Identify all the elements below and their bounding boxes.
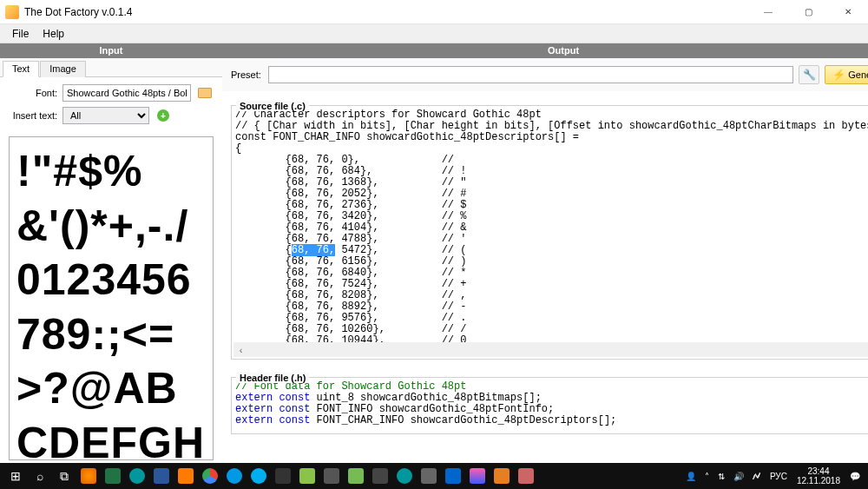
taskbar-app[interactable] (149, 464, 174, 488)
code-row: {68, 76, 4788}, // ' (235, 233, 466, 245)
tab-image[interactable]: Image (40, 61, 86, 77)
firefox-icon (81, 468, 96, 484)
code-row: {68, 76, 6156}, // ) (235, 255, 466, 268)
source-group-label: Source file (.c) (236, 101, 309, 111)
font-label: Font: (9, 88, 57, 98)
app-icon (227, 468, 242, 484)
code-row: {68, 76, 2052}, // # (235, 188, 466, 200)
app-icon (470, 468, 485, 484)
tray-volume-icon[interactable]: 🔊 (729, 472, 748, 481)
search-button[interactable]: ⌕ (28, 464, 52, 488)
code-row: {68, 76, 3420}, // % (235, 210, 466, 222)
app-icon (494, 468, 510, 484)
app-icon (372, 468, 388, 484)
tray-battery-icon[interactable]: 🗲 (748, 472, 766, 481)
source-hscrollbar[interactable]: ‹› (233, 342, 868, 357)
code-row: {68, 76, 4104}, // & (235, 221, 466, 234)
tray-up-icon[interactable]: ˄ (700, 472, 713, 481)
insert-text-select[interactable]: All (62, 107, 149, 124)
wrench-icon: 🔧 (803, 69, 816, 81)
taskbar-app[interactable] (514, 464, 538, 488)
taskbar-app[interactable] (76, 464, 101, 488)
minimize-button[interactable]: — (748, 0, 788, 24)
menu-file[interactable]: File (5, 26, 36, 42)
generate-button[interactable]: ⚡Generate (825, 65, 868, 84)
title-bar: The Dot Factory v.0.1.4 — ▢ ✕ (0, 0, 868, 24)
code-row: {68, 76, 9576}, // . (235, 312, 466, 324)
close-button[interactable]: ✕ (828, 0, 868, 24)
taskbar-app[interactable] (490, 464, 514, 488)
tray-network-icon[interactable]: ⇅ (713, 472, 729, 481)
system-tray: 👤 ˄ ⇅ 🔊 🗲 РУС 23:44 12.11.2018 💬 (681, 466, 865, 486)
preview-area[interactable]: !"#$%&'()*+,-./0123456789:;<=>?@ABCDEFGH… (9, 136, 214, 460)
window-title: The Dot Factory v.0.1.4 (24, 6, 748, 18)
insert-add-button[interactable]: + (155, 107, 172, 124)
start-button[interactable]: ⊞ (3, 464, 28, 488)
app-icon (299, 468, 315, 484)
preview-text: !"#$%&'()*+,-./0123456789:;<=>?@ABCDEFGH… (16, 144, 206, 460)
taskbar-app[interactable] (174, 464, 198, 488)
skype-icon (251, 468, 266, 484)
taskbar-app[interactable] (417, 464, 441, 488)
taskbar: ⊞ ⌕ ⧉ 👤 ˄ ⇅ 🔊 🗲 РУС 23:44 12.11.2018 💬 (0, 463, 868, 489)
taskbar-app[interactable] (125, 464, 149, 488)
arduino-icon (129, 468, 145, 484)
preset-label: Preset: (231, 69, 261, 80)
code-row: {68, 76, 10944}, // 0 (235, 334, 466, 342)
menu-bar: File Help (0, 24, 868, 43)
code-row: {68, 76, 684}, // ! (235, 165, 466, 177)
taskbar-app[interactable] (344, 464, 368, 488)
code-row: {68, 76, 0}, // (235, 154, 466, 166)
output-panel-header: Output (222, 43, 868, 58)
app-icon (275, 468, 291, 484)
code-row: {68, 76, 10260}, // / (235, 323, 466, 335)
task-view-button[interactable]: ⧉ (52, 464, 76, 488)
app-icon (5, 5, 19, 19)
header-code-area[interactable]: // Font data for Showcard Gothic 48pt ex… (233, 380, 868, 432)
app-icon (445, 468, 461, 484)
tab-text[interactable]: Text (3, 61, 39, 77)
code-row: {68, 76, 8208}, // , (235, 289, 466, 301)
taskbar-app[interactable] (101, 464, 125, 488)
app-icon (421, 468, 437, 484)
folder-icon (198, 88, 212, 98)
tray-clock[interactable]: 23:44 12.11.2018 (792, 466, 845, 486)
bolt-icon: ⚡ (832, 69, 845, 81)
preset-select[interactable] (268, 66, 793, 83)
taskbar-app[interactable] (222, 464, 247, 488)
tray-people-icon[interactable]: 👤 (681, 472, 700, 481)
header-group-label: Header file (.h) (236, 373, 309, 383)
tray-language[interactable]: РУС (766, 472, 792, 481)
code-row: {68, 76, 6840}, // * (235, 267, 466, 279)
plus-icon: + (157, 109, 169, 122)
taskbar-app[interactable] (441, 464, 465, 488)
excel-icon (105, 468, 121, 484)
code-row: {68, 76, 2736}, // $ (235, 199, 466, 211)
settings-button[interactable]: 🔧 (799, 65, 819, 84)
taskbar-app[interactable] (271, 464, 295, 488)
app-icon (348, 468, 364, 484)
input-tabs: Text Image (0, 58, 222, 77)
chrome-icon (202, 468, 218, 484)
taskbar-app[interactable] (465, 464, 490, 488)
maximize-button[interactable]: ▢ (788, 0, 828, 24)
font-input[interactable] (62, 84, 191, 102)
browse-font-button[interactable] (196, 84, 214, 102)
code-row: {68, 76, 8892}, // - (235, 301, 466, 313)
tray-notifications-icon[interactable]: 💬 (845, 472, 865, 481)
taskbar-app[interactable] (295, 464, 319, 488)
menu-help[interactable]: Help (36, 26, 71, 42)
selected-text: 68, 76, (292, 244, 335, 256)
taskbar-app[interactable] (247, 464, 271, 488)
code-row: {68, 76, 7524}, // + (235, 278, 466, 290)
code-row: {68, 76, 1368}, // " (235, 176, 466, 188)
taskbar-app[interactable] (319, 464, 344, 488)
insert-text-label: Insert text: (9, 110, 57, 121)
arduino-icon (397, 468, 412, 484)
source-code-area[interactable]: // Character descriptors for Showcard Go… (233, 108, 868, 342)
taskbar-app[interactable] (198, 464, 222, 488)
taskbar-app[interactable] (392, 464, 417, 488)
word-icon (154, 468, 169, 484)
app-icon (324, 468, 339, 484)
taskbar-app[interactable] (368, 464, 392, 488)
